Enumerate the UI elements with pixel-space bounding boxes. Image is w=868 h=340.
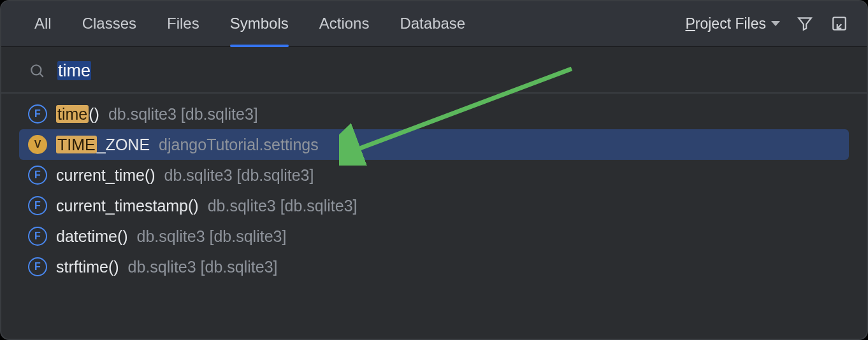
result-row[interactable]: VTIME_ZONEdjangoTutorial.settings [19,129,849,160]
header-bar: AllClassesFilesSymbolsActionsDatabase Pr… [1,1,867,47]
chevron-down-icon [771,21,780,26]
result-context: db.sqlite3 [db.sqlite3] [137,227,287,246]
search-row: time [1,47,867,94]
result-name: current_timestamp() [56,197,199,215]
result-context: db.sqlite3 [db.sqlite3] [108,105,258,124]
results-list: Ftime()db.sqlite3 [db.sqlite3]VTIME_ZONE… [1,94,867,282]
tab-symbols[interactable]: Symbols [230,1,289,46]
expand-window-icon [831,15,848,32]
result-row[interactable]: Fstrftime()db.sqlite3 [db.sqlite3] [1,251,867,282]
result-name: current_time() [56,166,156,185]
search-icon [29,63,46,80]
scope-selector[interactable]: Project Files [685,15,780,32]
function-kind-icon: F [28,196,47,215]
result-name: TIME_ZONE [56,136,150,154]
funnel-icon [797,15,813,32]
tab-strip: AllClassesFilesSymbolsActionsDatabase [34,1,465,46]
result-context: db.sqlite3 [db.sqlite3] [128,258,278,276]
function-kind-icon: F [28,104,47,124]
function-kind-icon: F [28,227,47,246]
result-context: db.sqlite3 [db.sqlite3] [164,166,314,185]
result-row[interactable]: Fcurrent_timestamp()db.sqlite3 [db.sqlit… [1,190,867,221]
svg-point-1 [31,65,41,74]
result-context: db.sqlite3 [db.sqlite3] [208,197,358,215]
tab-actions[interactable]: Actions [319,1,370,46]
tab-files[interactable]: Files [167,1,199,46]
result-row[interactable]: Fdatetime()db.sqlite3 [db.sqlite3] [1,221,867,251]
svg-line-2 [40,73,43,76]
search-everywhere-popup: AllClassesFilesSymbolsActionsDatabase Pr… [0,0,868,340]
function-kind-icon: F [28,166,47,185]
search-input-text: time [57,61,91,80]
function-kind-icon: F [28,257,47,276]
result-name: time() [56,105,99,124]
result-name: strftime() [56,258,119,276]
filter-button[interactable] [795,14,814,33]
search-input[interactable]: time [57,61,91,81]
result-name: datetime() [56,227,128,246]
variable-kind-icon: V [28,135,47,154]
result-row[interactable]: Ftime()db.sqlite3 [db.sqlite3] [1,99,867,129]
header-right-controls: Project Files [685,14,849,33]
tab-classes[interactable]: Classes [82,1,136,46]
scope-label: Project Files [685,15,766,32]
result-context: djangoTutorial.settings [159,136,319,154]
open-in-window-button[interactable] [830,14,849,33]
tab-database[interactable]: Database [400,1,465,46]
tab-all[interactable]: All [34,1,52,46]
result-row[interactable]: Fcurrent_time()db.sqlite3 [db.sqlite3] [1,160,867,190]
